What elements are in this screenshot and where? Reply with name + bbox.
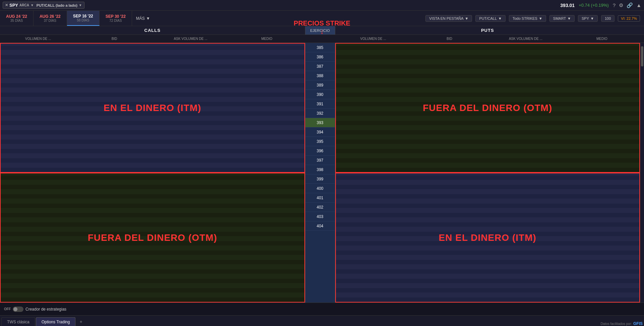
calls-itm-label: EN EL DINERO (ITM) — [104, 103, 201, 113]
toggle-track[interactable] — [13, 307, 23, 312]
chevron-down-icon[interactable]: ▼ — [31, 3, 34, 7]
section-header: CALLS EJERCICIO PUTS — [0, 26, 644, 35]
strike-item-399[interactable]: 399 — [305, 174, 335, 184]
vi-badge: VI: 22.7% — [618, 15, 640, 21]
price-change: +0.74 (+0.19%) — [579, 3, 609, 8]
calls-otm-zone: FUERA DEL DINERO (OTM) — [0, 173, 305, 303]
strike-item-386[interactable]: 386 — [305, 52, 335, 62]
puts-col-headers: VOLUMEN DE ... BID ASK VOLUMEN DE ... ME… — [335, 37, 640, 41]
date-tab-1[interactable]: AUG 26 '22 37 DÍAS — [34, 11, 67, 26]
bottom-tabs: TWS clásica Options Trading + Datos faci… — [0, 315, 644, 326]
date-tab-0[interactable]: AUG 24 '22 35 DÍAS — [0, 11, 34, 26]
strike-item-397[interactable]: 397 — [305, 156, 335, 165]
top-bar-icons: ? ⚙ 🔗 ▲ — [613, 2, 641, 8]
link-icon[interactable]: 🔗 — [627, 2, 633, 8]
puts-itm-zone: EN EL DINERO (ITM) — [335, 173, 640, 303]
chevron-icon: ▼ — [498, 16, 502, 20]
strike-item-391[interactable]: 391 — [305, 99, 335, 109]
date-tabs-right: VISTA EN PESTAÑA ▼ PUT/CALL ▼ Todo STRIK… — [154, 15, 644, 22]
strike-item-389[interactable]: 389 — [305, 80, 335, 90]
calls-grid: EN EL DINERO (ITM) FUERA DEL DINERO (OTM… — [0, 43, 305, 303]
ticker-symbol: SPY — [9, 3, 18, 8]
strategy-toggle[interactable]: OFF Creador de estrategias — [4, 307, 66, 312]
date-tab-3[interactable]: SEP 30 '22 72 DÍAS — [100, 11, 132, 26]
strike-item-398[interactable]: 398 — [305, 165, 335, 174]
chevron-icon: ▼ — [590, 16, 594, 20]
date-tabs-left: AUG 24 '22 35 DÍAS AUG 26 '22 37 DÍAS SE… — [0, 11, 154, 26]
spy-button[interactable]: SPY ▼ — [578, 15, 598, 22]
ticker-badge[interactable]: ✕ SPY ARCA ▼ PUT/CALL (lado a lado) ▼ — [3, 2, 84, 9]
scroll-thumb[interactable] — [641, 46, 643, 66]
mode-chevron-icon[interactable]: ▼ — [79, 3, 82, 7]
ejercicio-header: EJERCICIO — [305, 26, 335, 35]
smart-button[interactable]: SMART ▼ — [549, 15, 575, 22]
col-headers: VOLUMEN DE ... BID ASK VOLUMEN DE ... ME… — [0, 35, 644, 43]
puts-col-ask: ASK VOLUMEN DE ... — [487, 37, 564, 41]
expand-icon[interactable]: ▲ — [636, 2, 641, 8]
strikes-button[interactable]: Todo STRIKES ▼ — [509, 15, 546, 22]
strike-item-400[interactable]: 400 — [305, 184, 335, 193]
add-tab-button[interactable]: + — [76, 317, 85, 326]
calls-col-ask: ASK VOLUMEN DE ... — [153, 37, 229, 41]
top-bar-left: ✕ SPY ARCA ▼ PUT/CALL (lado a lado) ▼ — [3, 2, 84, 9]
ticker-exchange: ARCA — [19, 3, 29, 7]
puts-otm-label: FUERA DEL DINERO (OTM) — [423, 103, 552, 113]
data-credit: Datos facilitados por: GFIS — [601, 321, 643, 326]
puts-itm-label: EN EL DINERO (ITM) — [439, 232, 536, 243]
strike-item-401[interactable]: 401 — [305, 193, 335, 203]
calls-col-headers: VOLUMEN DE ... BID ASK VOLUMEN DE ... ME… — [0, 37, 305, 41]
strike-item-404[interactable]: 404 — [305, 221, 335, 231]
100-button[interactable]: 100 — [601, 15, 614, 22]
puts-grid: FUERA DEL DINERO (OTM) EN EL DINERO (ITM… — [335, 43, 640, 303]
strike-item-392[interactable]: 392 — [305, 109, 335, 118]
vista-pestaña-button[interactable]: VISTA EN PESTAÑA ▼ — [425, 15, 472, 22]
settings-icon[interactable]: ⚙ — [619, 2, 623, 8]
tab-tws-clasica[interactable]: TWS clásica — [1, 317, 35, 326]
calls-header: CALLS — [0, 28, 305, 33]
strike-item-402[interactable]: 402 — [305, 203, 335, 212]
strike-item-387[interactable]: 387 — [305, 62, 335, 71]
gfis-logo: GFIS — [633, 321, 643, 326]
more-button[interactable]: MÁS ▼ — [132, 11, 154, 26]
puts-col-medio: MEDIO — [564, 37, 640, 41]
date-tab-2[interactable]: SEP 16 '22 58 DÍAS — [67, 11, 100, 26]
strategy-label: Creador de estrategias — [25, 307, 66, 312]
calls-col-volumen: VOLUMEN DE ... — [0, 37, 76, 41]
strike-item-388[interactable]: 388 — [305, 71, 335, 80]
strike-item-403[interactable]: 403 — [305, 212, 335, 221]
strike-item-385[interactable]: 385 — [305, 43, 335, 52]
main-content: PRECIOS STRIKE ↓ EN EL DINERO (ITM) FUER… — [0, 43, 644, 303]
calls-col-bid: BID — [76, 37, 152, 41]
ticker-mode[interactable]: PUT/CALL (lado a lado) — [37, 3, 77, 7]
calls-col-medio: MEDIO — [229, 37, 305, 41]
calls-otm-label: FUERA DEL DINERO (OTM) — [88, 232, 217, 243]
strike-rows: 3853863873883893903913923933943953963973… — [305, 43, 335, 303]
calls-itm-zone: EN EL DINERO (ITM) — [0, 43, 305, 173]
chevron-icon: ▼ — [539, 16, 542, 20]
strike-item-394[interactable]: 394 — [305, 127, 335, 137]
strike-item-395[interactable]: 395 — [305, 137, 335, 146]
price-display: 393.01 — [560, 3, 575, 8]
puts-col-volumen: VOLUMEN DE ... — [335, 37, 411, 41]
strike-column: 3853863873883893903913923933943953963973… — [305, 43, 335, 303]
scrollbar[interactable] — [640, 43, 644, 303]
dropdown-icon: ▼ — [146, 16, 150, 21]
chevron-icon: ▼ — [567, 16, 571, 20]
puts-col-bid: BID — [411, 37, 487, 41]
chevron-icon: ▼ — [465, 16, 469, 20]
puts-header: PUTS — [335, 28, 640, 33]
date-tabs-bar: AUG 24 '22 35 DÍAS AUG 26 '22 37 DÍAS SE… — [0, 11, 644, 26]
top-bar-right: 393.01 +0.74 (+0.19%) ? ⚙ 🔗 ▲ — [560, 2, 641, 8]
put-call-button[interactable]: PUT/CALL ▼ — [475, 15, 505, 22]
strike-item-393[interactable]: 393 — [305, 118, 335, 127]
tab-options-trading[interactable]: Options Trading — [36, 317, 76, 326]
strike-item-396[interactable]: 396 — [305, 146, 335, 156]
close-icon[interactable]: ✕ — [5, 3, 8, 7]
puts-otm-zone: FUERA DEL DINERO (OTM) — [335, 43, 640, 173]
status-bar: OFF Creador de estrategias — [0, 303, 644, 315]
toggle-knob — [13, 307, 17, 311]
question-icon[interactable]: ? — [613, 2, 616, 8]
strike-item-390[interactable]: 390 — [305, 90, 335, 99]
top-bar: ✕ SPY ARCA ▼ PUT/CALL (lado a lado) ▼ 39… — [0, 0, 644, 11]
toggle-off-label: OFF — [4, 307, 11, 311]
